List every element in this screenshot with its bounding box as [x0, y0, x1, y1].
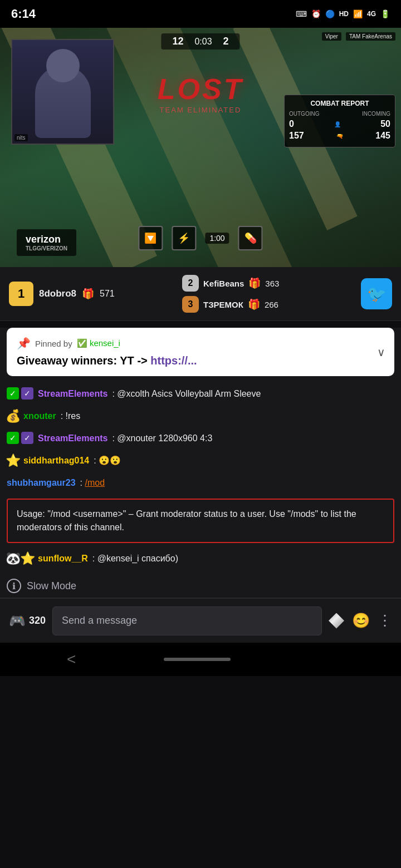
rank-1-gift-icon: 🎁: [82, 288, 94, 300]
score-left: 12: [172, 36, 183, 47]
hud-game-timer: 1:00: [205, 233, 229, 244]
rank-3-score: 266: [265, 300, 278, 309]
combat-report: COMBAT REPORT OUTGOING INCOMING 0 👤 50 1…: [284, 95, 395, 147]
bits-diamond-icon: [329, 613, 344, 629]
pinned-message[interactable]: 📌 Pinned by ✅ kensei_i Giveaway winners:…: [7, 328, 394, 376]
nav-bar: <: [0, 643, 401, 676]
msg-1-username[interactable]: StreamElements: [38, 387, 107, 401]
emoji-button[interactable]: 😊: [352, 612, 370, 629]
verizon-sub: TLGG/VERIZON: [26, 245, 67, 251]
bottom-hud: 🔽 ⚡ 1:00 💊: [138, 226, 262, 250]
outgoing-label: OUTGOING: [289, 111, 319, 117]
pin-icon: 📌: [17, 337, 31, 350]
emoji-icon: 😊: [352, 612, 370, 629]
badge-verified-1: ✓: [21, 387, 33, 400]
msg-3-badges: ✓ ✓: [7, 432, 33, 444]
message-input-field[interactable]: Send a message: [52, 606, 322, 635]
rank-2-number: 2: [188, 278, 193, 288]
nav-pill: [164, 658, 231, 661]
combat-row-1: 0 👤 50: [289, 119, 390, 129]
bits-button[interactable]: [329, 613, 344, 629]
sunflow-username[interactable]: sunflow__R: [38, 552, 88, 565]
message-placeholder: Send a message: [62, 615, 137, 626]
player-tag: Viper: [322, 32, 341, 41]
msg-4-username[interactable]: siddharthag014: [23, 454, 89, 467]
chat-message-sunflow: 🐼 ⭐ sunflow__R : @kensei_i спасибо): [7, 548, 394, 570]
twitter-icon: 🐦: [367, 285, 387, 303]
msg-2-badges: 💰: [7, 410, 19, 422]
twitter-button[interactable]: 🐦: [361, 278, 392, 309]
verizon-logo: verizon TLGG/VERIZON: [17, 229, 76, 256]
combat-report-title: COMBAT REPORT: [289, 100, 390, 107]
divider-1: [0, 320, 401, 321]
msg-4-badges: ⭐: [7, 454, 19, 466]
viewer-number: 320: [29, 615, 46, 627]
back-button[interactable]: <: [67, 650, 76, 668]
team-eliminated-text: TEAM ELIMINATED: [158, 106, 244, 114]
network-icon: 4G: [367, 10, 376, 18]
leaderboard-rank-1: 1 8dobro8 🎁 571: [9, 282, 182, 306]
badge-mod-3: ✓: [7, 432, 19, 444]
video-player[interactable]: 12 0:03 2 nits verizon TLGG/VERIZON LOST…: [0, 28, 401, 267]
rank-3-number: 3: [188, 299, 193, 309]
msg-1-text: : @xcolth Asics Volleyball Arm Sleeve: [112, 387, 394, 401]
player-top-bar: Viper TAM FakeArenas: [322, 32, 395, 41]
chat-message-2: 💰 xnouter : !res: [7, 405, 394, 427]
pin-link[interactable]: https://...: [150, 354, 197, 367]
webcam-person: [12, 40, 113, 144]
chat-area: 📌 Pinned by ✅ kensei_i Giveaway winners:…: [0, 328, 401, 598]
battery-icon: 🔋: [380, 9, 390, 18]
verizon-name: verizon: [26, 234, 67, 245]
badge-star-4: ⭐: [7, 454, 19, 466]
enemy-tag: TAM FakeArenas: [346, 32, 395, 41]
msg-5-username[interactable]: shubhamgaur23: [7, 476, 76, 490]
pin-text-content: Giveaway winners: YT ->: [17, 354, 148, 367]
status-icons: ⌨ ⏰ 🔵 HD 📶 4G 🔋: [296, 9, 390, 18]
incoming-label: INCOMING: [362, 111, 390, 117]
slow-mode-icon: ℹ: [7, 579, 21, 593]
msg-3-text: : @xnouter 1280x960 4:3: [112, 432, 394, 445]
webcam-overlay: nits: [11, 39, 114, 145]
leaderboard-rank-3: 3 ТЗРЕМОК 🎁 266: [182, 296, 355, 313]
status-bar: 6:14 ⌨ ⏰ 🔵 HD 📶 4G 🔋: [0, 0, 401, 28]
webcam-label: nits: [14, 134, 28, 141]
rank-2-score: 363: [265, 279, 279, 288]
chat-message-4: ⭐ siddharthag014 : 😮😮: [7, 450, 394, 472]
sunflow-badges: 🐼 ⭐: [7, 552, 33, 564]
combat-val-1-left: 0: [289, 119, 294, 129]
msg-2-username[interactable]: xnouter: [23, 410, 56, 423]
rank-2-gift-icon: 🎁: [248, 277, 261, 289]
leaderboard-rank-2: 2 KefiBeans 🎁 363: [182, 275, 355, 292]
status-time: 6:14: [11, 7, 36, 21]
combat-val-2-left: 157: [289, 131, 304, 141]
chat-message-3: ✓ ✓ StreamElements : @xnouter 1280x960 4…: [7, 427, 394, 450]
input-actions: 😊 ⋮: [329, 612, 392, 629]
rank-3-badge: 3: [182, 296, 199, 313]
leaderboard: 1 8dobro8 🎁 571 2 KefiBeans 🎁 363 3 ТЗРЕ…: [0, 267, 401, 320]
lost-banner: LOST TEAM ELIMINATED: [158, 72, 244, 114]
score-right: 2: [223, 36, 229, 47]
signal-icon: 📶: [353, 9, 363, 18]
slow-mode-text: Slow Mode: [27, 580, 76, 592]
badge-verified-3: ✓: [21, 432, 33, 444]
rank-2-badge: 2: [182, 275, 199, 292]
msg-2-text: : !res: [61, 410, 394, 423]
pin-expand-button[interactable]: ∨: [377, 346, 385, 359]
badge-mod-1: ✓: [7, 387, 19, 400]
more-icon: ⋮: [378, 612, 392, 629]
message-input-bar: 🎮 320 Send a message 😊 ⋮: [0, 598, 401, 643]
keyboard-icon: ⌨: [296, 9, 307, 18]
usage-text: Usage: "/mod <username>" – Grant moderat…: [17, 509, 356, 532]
badge-star-sunflow: ⭐: [21, 552, 33, 564]
ability-1: 🔽: [138, 226, 163, 250]
hd-icon: HD: [339, 10, 349, 18]
hud-top-bar: 12 0:03 2: [161, 33, 239, 50]
pinned-by-username: kensei_i: [90, 338, 120, 348]
chat-message-5: shubhamgaur23 : /mod: [7, 472, 394, 494]
more-options-button[interactable]: ⋮: [378, 612, 392, 629]
msg-5-text: : /mod: [80, 476, 394, 490]
pin-header: 📌 Pinned by ✅ kensei_i: [17, 337, 384, 350]
ability-3: 💊: [238, 226, 263, 250]
pinned-by-text: Pinned by: [35, 339, 72, 348]
msg-3-username[interactable]: StreamElements: [38, 432, 107, 445]
